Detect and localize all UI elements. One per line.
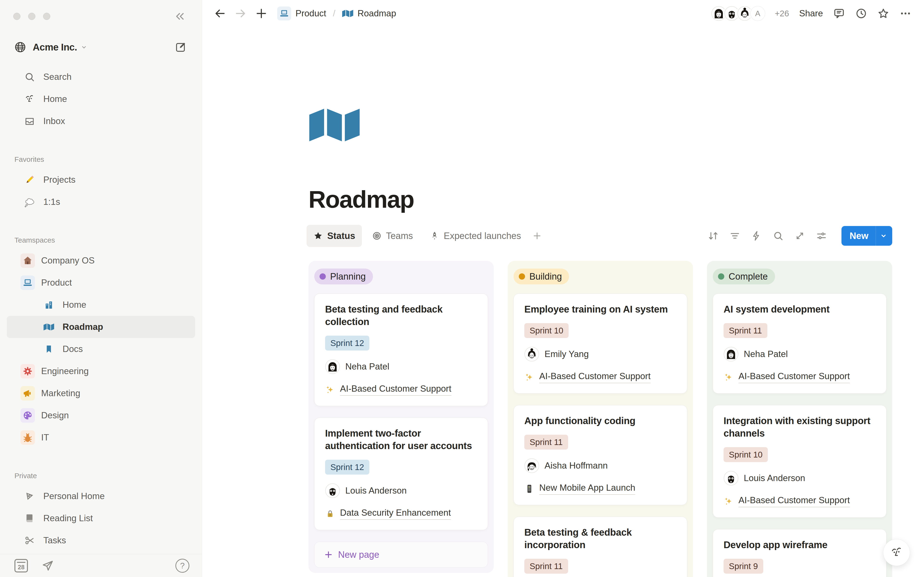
breadcrumb-separator: /	[333, 8, 336, 19]
tab-expected-launches[interactable]: Expected launches	[423, 225, 528, 247]
card[interactable]: Employee training on AI system Sprint 10…	[514, 293, 687, 393]
help-icon[interactable]: ?	[175, 559, 189, 573]
send-icon[interactable]	[41, 559, 54, 572]
sidebar-item-reading-list[interactable]: Reading List	[7, 507, 195, 529]
assignee: Emily Yang	[524, 347, 677, 362]
avatar	[724, 471, 738, 486]
lock-icon	[325, 509, 335, 519]
card[interactable]: Implement two-factor authentication for …	[314, 417, 488, 530]
more-options-icon[interactable]	[900, 8, 911, 19]
notion-ai-button[interactable]	[883, 539, 910, 566]
lightning-icon[interactable]	[751, 230, 762, 242]
section-label-teamspaces: Teamspaces	[0, 236, 202, 244]
breadcrumb-team[interactable]: Product	[296, 8, 326, 19]
home-face-icon	[24, 93, 36, 105]
sort-icon[interactable]	[708, 230, 719, 242]
bookmark-icon	[43, 344, 55, 354]
related-page-link[interactable]: AI-Based Customer Support	[724, 495, 876, 507]
card[interactable]: Develop app wireframe Sprint 9 Emily Yan…	[713, 529, 887, 577]
page-title[interactable]: Roadmap	[309, 185, 924, 213]
tab-status[interactable]: Status	[307, 225, 362, 247]
sidebar-item-personal-home[interactable]: Personal Home	[7, 485, 195, 507]
sidebar-item-product-docs[interactable]: Docs	[7, 338, 195, 360]
rocket-icon	[430, 231, 439, 241]
new-page-icon[interactable]	[255, 7, 268, 20]
status-dot	[519, 273, 525, 280]
star-filled-icon	[313, 231, 323, 241]
favorite-star-icon[interactable]	[877, 8, 889, 19]
sidebar-item-product-roadmap[interactable]: Roadmap	[7, 316, 195, 338]
sidebar-item-home[interactable]: Home	[7, 88, 195, 110]
sidebar-item-engineering[interactable]: Engineering	[7, 360, 195, 382]
related-page-link[interactable]: Data Security Enhancement	[325, 508, 477, 520]
sidebar-collapse-icon[interactable]	[173, 10, 186, 23]
column-status-pill[interactable]: Complete	[713, 269, 775, 284]
column-status-pill[interactable]: Building	[514, 269, 569, 284]
back-icon[interactable]	[214, 7, 226, 20]
window-close-button[interactable]	[13, 13, 21, 20]
sidebar-item-search[interactable]: Search	[7, 66, 195, 88]
page-icon-map[interactable]	[309, 106, 924, 144]
window-minimize-button[interactable]	[28, 13, 36, 20]
related-page-link[interactable]: AI-Based Customer Support	[325, 384, 477, 396]
calendar-icon[interactable]: 28	[15, 559, 28, 572]
filter-icon[interactable]	[729, 230, 740, 242]
assignee: Neha Patel	[724, 347, 876, 362]
new-button[interactable]: New	[842, 226, 892, 246]
sidebar-item-1on1s[interactable]: 1:1s	[7, 191, 195, 213]
sparkles-icon	[524, 372, 535, 382]
sidebar-item-marketing[interactable]: Marketing	[7, 382, 195, 405]
avatar	[724, 347, 738, 362]
card[interactable]: Integration with existing support channe…	[713, 405, 887, 517]
chevron-down-icon	[80, 44, 87, 51]
sidebar-item-inbox[interactable]: Inbox	[7, 110, 195, 132]
card[interactable]: App functionality coding Sprint 11 Aisha…	[514, 405, 687, 505]
breadcrumb-page[interactable]: Roadmap	[357, 8, 396, 19]
assignee: Aisha Hoffmann	[524, 458, 677, 473]
column-building: Building Employee training on AI system …	[508, 261, 693, 577]
card[interactable]: AI system development Sprint 11 Neha Pat…	[713, 293, 887, 393]
related-page-link[interactable]: AI-Based Customer Support	[524, 371, 677, 383]
card[interactable]: Beta testing and feedback collection Spr…	[314, 293, 488, 406]
column-planning: Planning Beta testing and feedback colle…	[309, 261, 494, 573]
updates-clock-icon[interactable]	[855, 8, 867, 19]
expand-icon[interactable]	[794, 230, 805, 242]
laptop-icon[interactable]	[277, 6, 291, 21]
gear-icon	[21, 364, 35, 379]
compose-icon[interactable]	[174, 41, 187, 53]
comments-icon[interactable]	[833, 8, 845, 19]
workspace-switcher[interactable]: Acme Inc.	[0, 38, 202, 56]
sidebar-item-product-home[interactable]: Home	[7, 294, 195, 316]
sidebar-footer: 28 ?	[0, 554, 202, 577]
forward-icon[interactable]	[234, 7, 247, 20]
sidebar-item-company-os[interactable]: Company OS	[7, 250, 195, 272]
assignee: Louis Anderson	[325, 483, 477, 498]
column-status-pill[interactable]: Planning	[314, 269, 373, 284]
related-page-link[interactable]: AI-Based Customer Support	[724, 371, 876, 383]
tab-teams[interactable]: Teams	[365, 225, 420, 247]
view-settings-icon[interactable]	[816, 230, 827, 242]
sidebar-item-tasks[interactable]: Tasks	[7, 529, 195, 551]
related-page-link[interactable]: New Mobile App Launch	[524, 483, 677, 495]
sidebar-item-design[interactable]: Design	[7, 405, 195, 427]
card[interactable]: Beta testing & feedback incorporation Sp…	[514, 517, 687, 577]
scissors-icon	[24, 535, 36, 546]
sprint-tag: Sprint 11	[724, 323, 767, 338]
new-page-button[interactable]: New page	[314, 542, 488, 567]
window-zoom-button[interactable]	[43, 13, 50, 20]
collaborator-avatars[interactable]: A	[710, 5, 766, 22]
sparkles-icon	[724, 372, 734, 382]
add-view-icon[interactable]	[532, 231, 542, 241]
view-tabs-bar: Status Teams Expected launches	[202, 225, 924, 247]
sidebar-item-product[interactable]: Product	[7, 272, 195, 294]
share-button[interactable]: Share	[799, 8, 823, 19]
palette-icon	[21, 408, 35, 423]
search-icon[interactable]	[773, 230, 784, 242]
sidebar-item-projects[interactable]: Projects	[7, 169, 195, 191]
book-icon	[24, 513, 36, 524]
new-dropdown-chevron-icon[interactable]	[876, 226, 892, 246]
breadcrumb: Product / Roadmap	[277, 6, 396, 21]
sidebar-item-it[interactable]: IT	[7, 427, 195, 449]
collaborator-overflow-count[interactable]: +26	[775, 9, 789, 18]
target-icon	[372, 231, 382, 241]
